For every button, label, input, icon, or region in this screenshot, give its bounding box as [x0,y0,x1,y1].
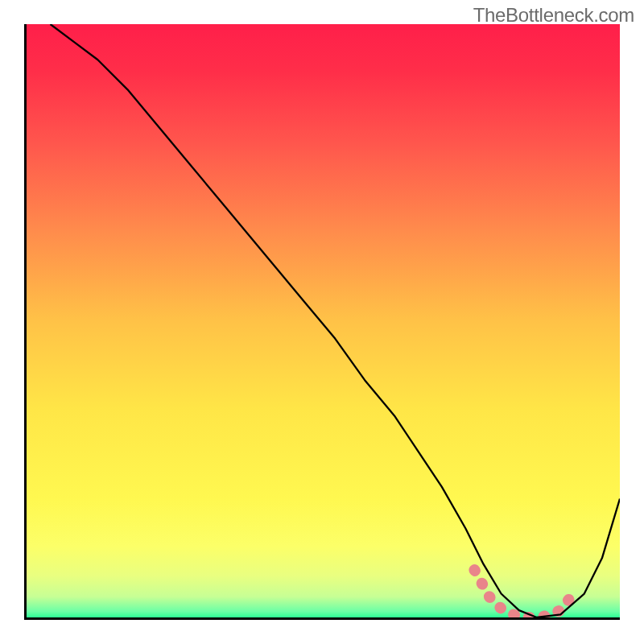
plot-area [24,24,620,620]
watermark-text: TheBottleneck.com [473,4,634,27]
svg-rect-0 [27,24,620,617]
chart-container: TheBottleneck.com [0,0,644,644]
gradient-background [27,24,620,617]
